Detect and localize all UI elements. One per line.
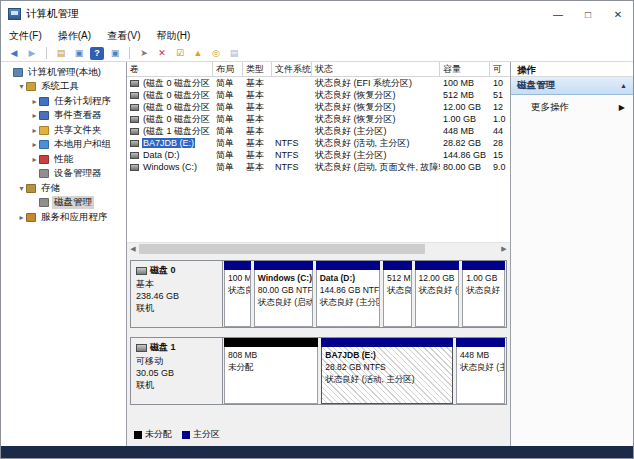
- tree-item[interactable]: 设备管理器: [1, 167, 126, 182]
- volume-row[interactable]: (磁盘 0 磁盘分区 1) 简单 基本 状态良好 (EFI 系统分区) 100 …: [127, 77, 510, 89]
- volume-free: 9.0: [490, 162, 508, 172]
- menu-item[interactable]: 查看(V): [107, 29, 140, 43]
- delete-icon[interactable]: ✕: [155, 47, 169, 60]
- volume-row[interactable]: (磁盘 1 磁盘分区 2) 简单 基本 状态良好 (主分区) 448 MB 44: [127, 125, 510, 137]
- menu-item[interactable]: 帮助(H): [156, 29, 190, 43]
- properties-icon[interactable]: ☑: [173, 47, 187, 60]
- show-actions-pane-icon[interactable]: ▣: [108, 47, 122, 60]
- volume-capacity: 144.86 GB: [440, 150, 490, 160]
- partition-size: 512 MB: [387, 272, 408, 284]
- column-header[interactable]: 卷: [127, 62, 213, 76]
- tree-item[interactable]: ▸ 共享文件夹: [1, 123, 126, 138]
- partition-block[interactable]: 100 M 状态良: [224, 261, 251, 327]
- volume-free: 15: [490, 150, 508, 160]
- column-header[interactable]: 可: [490, 62, 508, 76]
- column-header[interactable]: 类型: [243, 62, 272, 76]
- column-header[interactable]: 容量: [440, 62, 490, 76]
- partition-block[interactable]: 448 MB 状态良好 (主分区: [456, 338, 505, 404]
- tree-item-label: 性能: [52, 153, 75, 166]
- scroll-right-icon[interactable]: ▶: [498, 245, 510, 253]
- actions-section-disk-management[interactable]: 磁盘管理 ▲: [511, 77, 633, 95]
- tree-expander-icon[interactable]: ▸: [30, 97, 39, 106]
- volume-row[interactable]: Data (D:) 简单 基本 NTFS 状态良好 (主分区) 144.86 G…: [127, 149, 510, 161]
- volume-filesystem: NTFS: [272, 150, 312, 160]
- volume-capacity: 512 MB: [440, 90, 490, 100]
- disk-label[interactable]: 磁盘 0 基本 238.46 GB 联机: [131, 261, 223, 327]
- pointer-icon[interactable]: ➤: [137, 47, 151, 60]
- volume-row[interactable]: (磁盘 0 磁盘分区 7) 简单 基本 状态良好 (恢复分区) 1.00 GB …: [127, 113, 510, 125]
- partition-block[interactable]: 512 MB 状态良好: [383, 261, 412, 327]
- volume-layout: 简单: [213, 161, 243, 174]
- partition-block[interactable]: 12.00 GB 状态良好 (恢复: [415, 261, 460, 327]
- partition-block[interactable]: Windows (C:) 80.00 GB NTFS 状态良好 (启动, 页: [254, 261, 313, 327]
- tree-expander-icon[interactable]: ▾: [17, 184, 26, 193]
- horizontal-scrollbar[interactable]: ◀ ▶: [127, 242, 510, 254]
- tree-expander-icon[interactable]: ▸: [30, 126, 39, 135]
- volume-row[interactable]: (磁盘 0 磁盘分区 6) 简单 基本 状态良好 (恢复分区) 12.00 GB…: [127, 101, 510, 113]
- tree-expander-icon[interactable]: ▾: [17, 82, 26, 91]
- partition-color-bar: [383, 261, 412, 270]
- partition-block[interactable]: Data (D:) 144.86 GB NTFS 状态良好 (主分区): [316, 261, 380, 327]
- up-folder-icon[interactable]: ▤: [54, 47, 68, 60]
- show-console-tree-icon[interactable]: ▣: [72, 47, 86, 60]
- collapse-section-icon[interactable]: ▲: [620, 82, 627, 89]
- tree-item[interactable]: ▸ 事件查看器: [1, 109, 126, 124]
- scrollbar-thumb[interactable]: [139, 244, 425, 254]
- partition-color-bar: [456, 338, 505, 347]
- menubar: 文件(F)操作(A)查看(V)帮助(H): [1, 27, 633, 45]
- partition-block[interactable]: 808 MB 未分配: [224, 338, 318, 404]
- app-icon: [8, 8, 21, 20]
- close-button[interactable]: ✕: [603, 1, 633, 27]
- tree-expander-icon[interactable]: ▸: [17, 213, 26, 222]
- tree-expander-icon[interactable]: ▸: [30, 111, 39, 120]
- help-icon[interactable]: ?: [90, 47, 104, 60]
- disk-rows: 磁盘 0 基本 238.46 GB 联机 100 M 状态良 Windows (…: [130, 260, 507, 414]
- volume-icon: [130, 80, 139, 87]
- menu-item[interactable]: 文件(F): [9, 29, 42, 43]
- disk-row: 磁盘 0 基本 238.46 GB 联机 100 M 状态良 Windows (…: [130, 260, 507, 328]
- volume-capacity: 12.00 GB: [440, 102, 490, 112]
- disk-icon: [136, 267, 147, 275]
- volume-icon: [130, 128, 139, 135]
- tree-item[interactable]: ▸ 本地用户和组: [1, 138, 126, 153]
- tree-item[interactable]: ▸ 任务计划程序: [1, 94, 126, 109]
- tree-expander-icon[interactable]: ▸: [30, 155, 39, 164]
- details-view-icon[interactable]: ▤: [227, 47, 241, 60]
- volume-row[interactable]: BA7JDB (E:) 简单 基本 NTFS 状态良好 (活动, 主分区) 28…: [127, 137, 510, 149]
- task-scheduler-icon: [39, 97, 49, 106]
- column-header[interactable]: 布局: [213, 62, 243, 76]
- tree-item[interactable]: 磁盘管理: [1, 196, 126, 211]
- scroll-left-icon[interactable]: ◀: [127, 245, 139, 253]
- menu-item[interactable]: 操作(A): [58, 29, 91, 43]
- volume-row[interactable]: Windows (C:) 简单 基本 NTFS 状态良好 (启动, 页面文件, …: [127, 161, 510, 173]
- volume-status: 状态良好 (启动, 页面文件, 故障转储, 主分区): [312, 161, 440, 174]
- volume-capacity: 28.82 GB: [440, 138, 490, 148]
- disk-label[interactable]: 磁盘 1 可移动 30.05 GB 联机: [131, 338, 223, 404]
- disk-size: 238.46 GB: [136, 290, 217, 302]
- column-header[interactable]: 文件系统: [272, 62, 312, 76]
- tree-item[interactable]: ▾ 存储: [1, 181, 126, 196]
- minimize-button[interactable]: —: [543, 1, 573, 27]
- partition-info: 1.00 GB 状态良好: [462, 270, 505, 327]
- volume-row[interactable]: (磁盘 0 磁盘分区 5) 简单 基本 状态良好 (恢复分区) 512 MB 5…: [127, 89, 510, 101]
- tree-item[interactable]: 计算机管理(本地): [1, 65, 126, 80]
- more-actions-item[interactable]: 更多操作 ▶: [511, 95, 633, 119]
- refresh-icon[interactable]: ◎: [209, 47, 223, 60]
- tree-item[interactable]: ▸ 性能: [1, 152, 126, 167]
- partition-size: 100 M: [228, 272, 247, 284]
- maximize-button[interactable]: □: [573, 1, 603, 27]
- column-header[interactable]: 状态: [312, 62, 440, 76]
- partition-block[interactable]: BA7JDB (E:) 28.82 GB NTFS 状态良好 (活动, 主分区): [321, 338, 453, 404]
- partition-info: Windows (C:) 80.00 GB NTFS 状态良好 (启动, 页: [254, 270, 313, 327]
- partition-status: 状态良好 (恢复: [419, 284, 456, 296]
- disk-management-icon: [39, 198, 49, 207]
- back-icon[interactable]: ◀: [7, 47, 21, 60]
- partition-block[interactable]: 1.00 GB 状态良好: [462, 261, 505, 327]
- tree-item[interactable]: ▾ 系统工具: [1, 80, 126, 95]
- folder-up-icon[interactable]: ▲: [191, 47, 205, 60]
- partition-status: 状态良好 (活动, 主分区): [325, 373, 449, 385]
- volume-free: 1.0: [490, 114, 508, 124]
- tree-item[interactable]: ▸ 服务和应用程序: [1, 210, 126, 225]
- forward-icon[interactable]: ▶: [25, 47, 39, 60]
- tree-expander-icon[interactable]: ▸: [30, 140, 39, 149]
